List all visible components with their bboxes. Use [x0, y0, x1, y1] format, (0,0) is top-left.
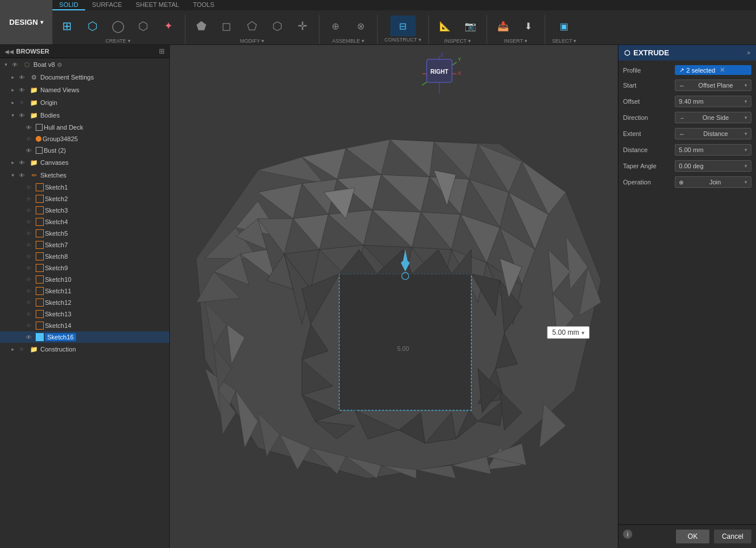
origin-eye[interactable]: 👁 — [17, 98, 26, 107]
combine-btn[interactable]: ⬡ — [265, 14, 290, 37]
origin-expand[interactable] — [9, 99, 16, 106]
profile-selected-badge[interactable]: ↗ 2 selected ✕ — [675, 65, 751, 75]
new-component-btn[interactable]: ⊞ — [55, 14, 80, 37]
tree-item-construction[interactable]: 👁 📁 Construction — [0, 343, 169, 356]
sketch13-eye[interactable]: 👁 — [24, 309, 33, 319]
tree-item-group34825[interactable]: 👁 Group34825 — [0, 133, 169, 145]
inspect-label[interactable]: INSPECT ▾ — [441, 37, 474, 44]
tree-item-sketch14[interactable]: 👁 Sketch14 — [0, 320, 169, 331]
tree-item-sketch3[interactable]: 👁 Sketch3 — [0, 205, 169, 216]
dimension-tooltip[interactable]: 5.00 mm ▾ — [547, 326, 590, 339]
tree-item-sketch1[interactable]: 👁 Sketch1 — [0, 182, 169, 193]
tree-item-hull[interactable]: 👁 Hull and Deck — [0, 122, 169, 133]
root-eye[interactable]: 👁 — [10, 60, 20, 69]
construction-eye[interactable]: 👁 — [17, 345, 26, 354]
direction-dropdown[interactable]: → One Side — [675, 112, 751, 123]
tree-item-sketch7[interactable]: 👁 Sketch7 — [0, 239, 169, 251]
extent-dropdown[interactable]: ↔ Distance — [675, 128, 751, 139]
tree-item-sketch4[interactable]: 👁 Sketch4 — [0, 216, 169, 228]
inspect-btn2[interactable]: 📷 — [458, 14, 483, 37]
browser-collapse[interactable]: ⊞ — [159, 47, 165, 55]
canvases-eye[interactable]: 👁 — [17, 158, 26, 167]
sketch10-eye[interactable]: 👁 — [24, 275, 33, 284]
direction-value[interactable]: → One Side — [675, 112, 751, 123]
bodies-eye[interactable]: 👁 — [17, 111, 26, 120]
construct-label[interactable]: CONSTRUCT ▾ — [381, 36, 425, 43]
tree-item-sketch5[interactable]: 👁 Sketch5 — [0, 228, 169, 239]
press-pull-btn[interactable]: ⬟ — [189, 14, 214, 37]
tree-item-origin[interactable]: 👁 📁 Origin — [0, 96, 169, 109]
create-derive-btn[interactable]: ⬡ — [131, 14, 156, 37]
create-form-btn[interactable]: ◯ — [105, 14, 131, 37]
tree-item-named-views[interactable]: 👁 📁 Named Views — [0, 84, 169, 96]
tree-item-sketch16[interactable]: 👁 Sketch16 — [0, 331, 169, 343]
create-sketch-btn[interactable]: ⬡ — [80, 14, 105, 37]
sketch4-eye[interactable]: 👁 — [24, 217, 33, 226]
orientation-cube[interactable]: RIGHT Z Y X — [416, 51, 462, 97]
dimension-dropdown[interactable]: ▾ — [582, 330, 584, 336]
insert-btn[interactable]: 📥 — [491, 14, 516, 37]
tab-tools[interactable]: TOOLS — [186, 0, 221, 10]
assemble-label[interactable]: ASSEMBLE ▾ — [329, 37, 368, 44]
sketch14-eye[interactable]: 👁 — [24, 321, 33, 330]
taper-dropdown[interactable]: 0.00 deg — [675, 160, 751, 172]
sketch5-eye[interactable]: 👁 — [24, 229, 33, 238]
start-dropdown[interactable]: ↔ Offset Plane — [675, 80, 751, 91]
tree-item-bust[interactable]: 👁 Bust (2) — [0, 145, 169, 156]
doc-settings-expand[interactable] — [9, 74, 16, 81]
operation-value[interactable]: ⊕ Join — [675, 176, 751, 188]
offset-dropdown[interactable]: 9.40 mm — [675, 96, 751, 107]
construction-expand[interactable] — [9, 346, 16, 353]
group34825-eye[interactable]: 👁 — [24, 134, 33, 143]
sketch3-eye[interactable]: 👁 — [24, 206, 33, 215]
fillet-btn[interactable]: ◻ — [214, 14, 240, 37]
shell-btn[interactable]: ⬠ — [240, 14, 265, 37]
info-icon[interactable]: i — [623, 530, 632, 539]
taper-value[interactable]: 0.00 deg — [675, 160, 751, 172]
construct-btn[interactable]: ⊟ — [390, 16, 416, 36]
distance-dropdown[interactable]: 5.00 mm — [675, 144, 751, 156]
select-label[interactable]: SELECT ▾ — [549, 37, 580, 44]
root-settings[interactable]: ⚙ — [57, 62, 62, 68]
extent-value[interactable]: ↔ Distance — [675, 128, 751, 139]
viewport[interactable]: 5.00 — [170, 45, 618, 548]
tree-item-sketches[interactable]: 👁 ✏ Sketches — [0, 169, 169, 182]
tab-surface[interactable]: SURFACE — [85, 0, 129, 10]
modify-label[interactable]: MODIFY ▾ — [237, 37, 268, 44]
hull-eye[interactable]: 👁 — [24, 123, 33, 132]
tree-item-sketch11[interactable]: 👁 Sketch11 — [0, 285, 169, 297]
tree-item-sketch10[interactable]: 👁 Sketch10 — [0, 274, 169, 285]
sketch12-eye[interactable]: 👁 — [24, 298, 33, 307]
design-button[interactable]: DESIGN — [0, 0, 52, 44]
tree-item-doc-settings[interactable]: 👁 ⚙ Document Settings — [0, 71, 169, 84]
move-btn[interactable]: ✛ — [290, 14, 316, 37]
named-views-expand[interactable] — [9, 86, 16, 93]
inspect-btn[interactable]: 📐 — [432, 14, 458, 37]
operation-dropdown[interactable]: ⊕ Join — [675, 176, 751, 188]
profile-value[interactable]: ↗ 2 selected ✕ — [675, 65, 751, 75]
extrude-expand-btn[interactable]: » — [747, 50, 750, 56]
create-label[interactable]: CREATE ▾ — [102, 37, 134, 44]
bodies-expand[interactable] — [9, 112, 16, 119]
tree-item-sketch2[interactable]: 👁 Sketch2 — [0, 193, 169, 205]
insert-label[interactable]: INSERT ▾ — [501, 37, 531, 44]
tab-sheet-metal[interactable]: SHEET METAL — [129, 0, 186, 10]
sketch7-eye[interactable]: 👁 — [24, 240, 33, 250]
start-value[interactable]: ↔ Offset Plane — [675, 80, 751, 91]
ok-button[interactable]: OK — [676, 530, 709, 543]
profile-clear-btn[interactable]: ✕ — [720, 66, 725, 74]
sketches-eye[interactable]: 👁 — [17, 171, 26, 180]
sketches-expand[interactable] — [9, 172, 16, 179]
sketch11-eye[interactable]: 👁 — [24, 286, 33, 296]
offset-value[interactable]: 9.40 mm — [675, 96, 751, 107]
tree-item-bodies[interactable]: 👁 📁 Bodies — [0, 109, 169, 122]
sketch16-eye[interactable]: 👁 — [24, 332, 33, 342]
tree-item-sketch8[interactable]: 👁 Sketch8 — [0, 251, 169, 262]
sketch2-eye[interactable]: 👁 — [24, 194, 33, 203]
sketch8-eye[interactable]: 👁 — [24, 252, 33, 261]
named-views-eye[interactable]: 👁 — [17, 85, 26, 95]
create-special-btn[interactable]: ✦ — [156, 14, 181, 37]
assemble-btn2[interactable]: ⊗ — [348, 14, 374, 37]
sketch1-eye[interactable]: 👁 — [24, 183, 33, 192]
tree-item-canvases[interactable]: 👁 📁 Canvases — [0, 156, 169, 169]
